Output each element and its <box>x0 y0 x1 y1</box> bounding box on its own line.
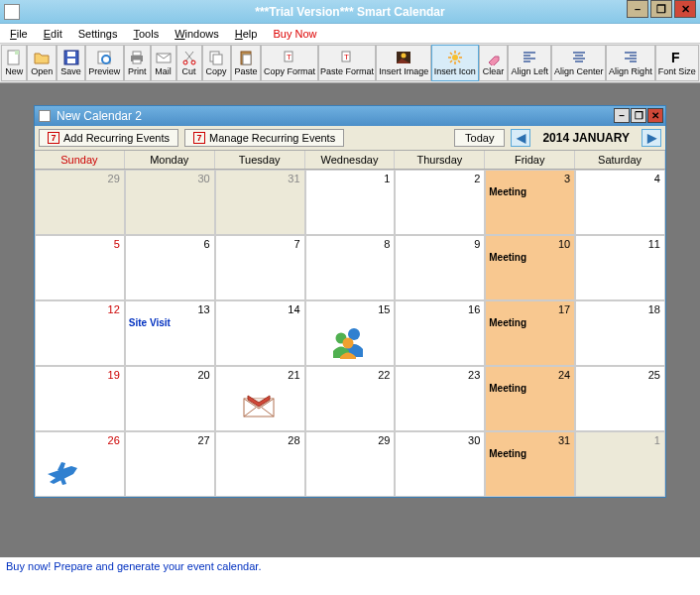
cut-button[interactable]: Cut <box>176 45 202 81</box>
dayheader-monday: Monday <box>125 151 215 169</box>
save-icon <box>63 50 79 65</box>
calendar-cell[interactable]: 24Meeting <box>485 366 575 431</box>
day-number: 29 <box>378 434 390 446</box>
today-button[interactable]: Today <box>454 129 505 147</box>
calendar-cell[interactable]: 18 <box>575 300 665 366</box>
insert-icon-button[interactable]: Insert Icon <box>431 45 479 81</box>
menu-tools[interactable]: Tools <box>127 27 165 41</box>
cut-icon <box>181 50 197 65</box>
maximize-button[interactable]: ❐ <box>650 0 672 18</box>
svg-text:F: F <box>671 50 680 65</box>
mail-button[interactable]: Mail <box>151 45 176 81</box>
svg-rect-8 <box>133 52 141 56</box>
calendar-cell[interactable]: 5 <box>35 235 125 300</box>
print-button[interactable]: Print <box>124 45 151 81</box>
calendar-cell[interactable]: 12 <box>35 300 125 366</box>
calendar-cell[interactable]: 2 <box>395 170 485 235</box>
calendar-cell[interactable]: 29 <box>35 170 125 235</box>
insert-icon-icon <box>447 50 463 65</box>
menu-windows[interactable]: Windows <box>169 27 225 41</box>
calendar-cell[interactable]: 15 <box>305 300 396 366</box>
align-right-button[interactable]: Align Right <box>606 45 654 81</box>
manage-recurring-button[interactable]: 7Manage Recurring Events <box>184 129 344 147</box>
calendar-cell[interactable]: 29 <box>305 431 396 497</box>
insert-image-button[interactable]: Insert Image <box>376 45 430 81</box>
day-number: 26 <box>108 434 120 446</box>
calendar-cell[interactable]: 17Meeting <box>485 300 575 366</box>
calendar-cell[interactable]: 31 <box>215 170 305 235</box>
calendar-cell[interactable]: 28 <box>215 431 305 497</box>
calendar-cell[interactable]: 23 <box>395 366 485 431</box>
menu-help[interactable]: Help <box>229 27 264 41</box>
new-file-icon <box>6 50 22 65</box>
calendar-cell[interactable]: 8 <box>305 235 396 300</box>
copy-format-button[interactable]: TCopy Format <box>261 45 317 81</box>
calendar-cell[interactable]: 7 <box>215 235 305 300</box>
day-number: 6 <box>204 238 210 250</box>
calendar-cell[interactable]: 10Meeting <box>485 235 575 300</box>
menu-file[interactable]: File <box>4 27 34 41</box>
subwindow-titlebar[interactable]: New Calendar 2 – ❐ ✕ <box>35 106 665 126</box>
calendar-cell[interactable]: 19 <box>35 366 125 431</box>
menu-settings[interactable]: Settings <box>72 27 124 41</box>
calendar-grid: 293031123Meeting45678910Meeting111213Sit… <box>35 170 665 497</box>
subwin-maximize-button[interactable]: ❐ <box>631 108 646 123</box>
event-label: Meeting <box>489 186 526 197</box>
calendar-cell[interactable]: 16 <box>395 300 485 366</box>
day-number: 17 <box>558 303 570 315</box>
new-button[interactable]: New <box>1 45 27 81</box>
calendar-cell[interactable]: 30 <box>395 431 485 497</box>
align-left-button[interactable]: Align Left <box>508 45 551 81</box>
calendar-cell[interactable]: 30 <box>125 170 215 235</box>
menu-buy-now[interactable]: Buy Now <box>267 27 322 41</box>
svg-rect-4 <box>67 52 75 57</box>
minimize-button[interactable]: – <box>627 0 648 18</box>
day-number: 4 <box>654 173 660 184</box>
add-recurring-button[interactable]: 7Add Recurring Events <box>39 129 178 147</box>
svg-text:T: T <box>344 53 349 61</box>
paste-button[interactable]: Paste <box>231 45 262 81</box>
clear-button[interactable]: Clear <box>479 45 508 81</box>
calendar-cell[interactable]: 13Site Visit <box>125 300 215 366</box>
calendar-cell[interactable]: 27 <box>125 431 215 497</box>
calendar-cell[interactable]: 26 <box>35 431 125 497</box>
font-size-icon: F <box>669 50 685 65</box>
subwin-minimize-button[interactable]: – <box>614 108 630 123</box>
footer-message[interactable]: Buy now! Prepare and generate your event… <box>0 557 700 575</box>
calendar-cell[interactable]: 3Meeting <box>485 170 575 235</box>
svg-line-28 <box>450 53 452 55</box>
close-button[interactable]: ✕ <box>674 0 696 18</box>
recurring-add-icon: 7 <box>48 132 59 144</box>
prev-month-button[interactable]: ◀ <box>511 129 530 147</box>
envelope-icon <box>242 393 276 420</box>
subwin-close-button[interactable]: ✕ <box>647 108 663 123</box>
align-center-button[interactable]: Align Center <box>551 45 606 81</box>
preview-button[interactable]: Preview <box>85 45 124 81</box>
calendar-cell[interactable]: 9 <box>395 235 485 300</box>
calendar-cell[interactable]: 4 <box>575 170 665 235</box>
font-size-button[interactable]: FFont Size <box>655 45 699 81</box>
calendar-cell[interactable]: 25 <box>575 366 665 431</box>
paste-format-button[interactable]: TPaste Format <box>318 45 377 81</box>
copy-icon <box>208 50 224 65</box>
day-number: 11 <box>648 238 660 250</box>
calendar-cell[interactable]: 6 <box>125 235 215 300</box>
calendar-cell[interactable]: 21 <box>215 366 305 431</box>
calendar-cell[interactable]: 22 <box>305 366 396 431</box>
open-button[interactable]: Open <box>27 45 57 81</box>
calendar-cell[interactable]: 1 <box>305 170 396 235</box>
day-number: 31 <box>288 173 299 184</box>
copy-button[interactable]: Copy <box>202 45 231 81</box>
paste-format-icon: T <box>339 50 355 65</box>
calendar-cell[interactable]: 31Meeting <box>485 431 575 497</box>
calendar-cell[interactable]: 14 <box>215 300 305 366</box>
menu-edit[interactable]: Edit <box>38 27 68 41</box>
next-month-button[interactable]: ▶ <box>642 129 661 147</box>
calendar-cell[interactable]: 20 <box>125 366 215 431</box>
calendar-cell[interactable]: 1 <box>575 431 665 497</box>
calendar-cell[interactable]: 11 <box>575 235 665 300</box>
save-button[interactable]: Save <box>57 45 85 81</box>
day-number: 22 <box>378 369 390 381</box>
svg-point-22 <box>402 54 407 59</box>
dayheader-thursday: Thursday <box>395 151 485 169</box>
